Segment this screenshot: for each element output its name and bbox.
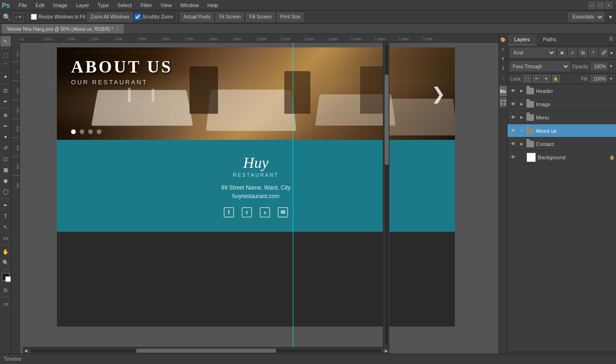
tab-paths[interactable]: Paths xyxy=(536,34,563,46)
vertical-scrollbar[interactable] xyxy=(383,43,390,347)
filter-icon-4[interactable]: T xyxy=(589,48,598,57)
tool-eyedropper[interactable]: ✒ xyxy=(0,96,11,107)
dot-2[interactable] xyxy=(80,129,84,134)
lock-transparent-btn[interactable]: ⬚ xyxy=(524,75,531,82)
workspace-arrow[interactable]: ▼ xyxy=(608,14,613,20)
filter-icon-3[interactable]: ▤ xyxy=(579,48,587,57)
hscroll-arrow-right[interactable]: ▶ xyxy=(383,348,390,353)
side-apps-icon[interactable] xyxy=(499,99,507,106)
lock-all-btn[interactable]: 🔒 xyxy=(552,75,560,82)
layer-header-expand[interactable]: ▶ xyxy=(519,88,525,94)
layer-header-visibility[interactable]: 👁 xyxy=(509,87,517,95)
opacity-arrow[interactable]: ▼ xyxy=(609,64,613,69)
layer-image-visibility[interactable]: 👁 xyxy=(509,100,517,108)
opacity-input[interactable] xyxy=(591,62,607,71)
lock-position-btn[interactable]: ✛ xyxy=(543,75,550,82)
screen-mode-btn[interactable]: ▭ xyxy=(0,299,11,309)
menu-window[interactable]: Window xyxy=(176,1,202,9)
menu-edit[interactable]: Edit xyxy=(32,1,48,9)
menu-layer[interactable]: Layer xyxy=(72,1,93,9)
layer-item-about-us[interactable]: 👁 ▼ About us xyxy=(507,124,616,137)
lock-pixels-btn[interactable]: ✏ xyxy=(533,75,541,82)
filter-toggle[interactable]: ● xyxy=(610,50,613,55)
slide-next-arrow[interactable]: ❯ xyxy=(431,84,445,104)
layer-contact-visibility[interactable]: 👁 xyxy=(509,140,517,148)
tool-eraser[interactable]: ◻ xyxy=(0,154,11,164)
layer-item-menu[interactable]: 👁 ▶ Menu xyxy=(507,111,616,124)
tool-zoom[interactable]: 🔍 xyxy=(0,257,11,268)
zoom-in-btn[interactable]: + xyxy=(18,14,22,20)
tool-dodge[interactable]: ◯ xyxy=(0,186,11,197)
tool-gradient[interactable]: ▦ xyxy=(0,164,11,175)
filter-icon-2[interactable]: A xyxy=(568,48,577,57)
layer-bg-visibility[interactable]: 👁 xyxy=(509,154,517,161)
canvas-scroll[interactable]: ABOUT US OUR RESTAURANT ❯ xyxy=(20,43,492,347)
layer-item-contact[interactable]: 👁 ▶ Contact xyxy=(507,137,616,151)
menu-select[interactable]: Select xyxy=(114,1,136,9)
tab-close-btn[interactable]: × xyxy=(116,27,118,31)
layer-item-background[interactable]: 👁 ▶ Background 🔒 xyxy=(507,151,616,164)
tool-shape[interactable]: ▭ xyxy=(0,233,11,243)
apps-grid-icon[interactable] xyxy=(499,97,507,108)
dot-3[interactable] xyxy=(88,129,93,134)
layer-image-expand[interactable]: ▶ xyxy=(519,101,525,107)
quick-mask-btn[interactable]: ⊙ xyxy=(0,285,11,295)
resize-windows-check[interactable]: Resize Windows to Fit xyxy=(31,14,85,20)
vscroll-thumb[interactable] xyxy=(385,74,389,164)
tool-hand[interactable]: ✋ xyxy=(0,246,11,257)
social-facebook-icon[interactable]: f xyxy=(224,207,234,218)
zoom-all-windows-btn[interactable]: Zoom All Windows xyxy=(87,12,133,22)
hscroll-arrow-left[interactable]: ◀ xyxy=(23,348,29,353)
dot-4[interactable] xyxy=(97,129,101,134)
minimize-button[interactable]: ─ xyxy=(589,2,595,9)
tool-path-select[interactable]: ↖ xyxy=(0,222,11,232)
tool-arrow[interactable]: ↖ xyxy=(0,36,11,46)
tool-healing[interactable]: ⊕ xyxy=(0,110,11,120)
tool-type[interactable]: T xyxy=(0,211,11,221)
tool-stamp[interactable]: ✦ xyxy=(0,132,11,142)
tool-blur[interactable]: ◉ xyxy=(0,175,11,186)
layer-item-image[interactable]: 👁 ▶ Image xyxy=(507,98,616,111)
tool-brush[interactable]: ✏ xyxy=(0,121,11,131)
side-grid-icon[interactable]: ku xyxy=(499,87,507,95)
scrubby-zoom-check[interactable]: Scrubby Zoom xyxy=(135,14,173,20)
side-text-icon[interactable]: A xyxy=(499,46,507,53)
print-size-btn[interactable]: Print Size xyxy=(277,12,304,22)
active-tab[interactable]: Wesite Nha Hang.psd @ 50% (About us, RGB… xyxy=(2,24,124,34)
layer-about-expand[interactable]: ▼ xyxy=(519,128,525,134)
layers-filter-select[interactable]: Kind xyxy=(510,48,556,57)
background-color[interactable] xyxy=(5,276,11,282)
tool-pen[interactable]: ✒ xyxy=(0,200,11,210)
fill-input[interactable] xyxy=(590,75,607,82)
tool-crop[interactable]: ⊡ xyxy=(0,85,11,96)
social-email-icon[interactable]: ✉ xyxy=(278,207,288,218)
blend-mode-select[interactable]: Pass Through xyxy=(510,62,570,71)
menu-help[interactable]: Help xyxy=(204,1,222,9)
layer-item-header[interactable]: 👁 ▶ Header xyxy=(507,84,616,98)
maximize-button[interactable]: □ xyxy=(597,2,604,9)
menu-view[interactable]: View xyxy=(157,1,176,9)
horizontal-scrollbar[interactable]: ◀ ▶ xyxy=(23,347,390,354)
side-color-icon[interactable]: 🎨 xyxy=(499,36,507,44)
tool-wand[interactable]: ✦ xyxy=(0,72,11,82)
actual-pixels-btn[interactable]: Actual Pixels xyxy=(180,12,214,22)
fill-screen-btn[interactable]: Fill Screen xyxy=(246,12,275,22)
foreground-color[interactable] xyxy=(2,273,9,281)
tool-lasso[interactable]: ⌒ xyxy=(0,61,11,71)
menu-image[interactable]: Image xyxy=(49,1,72,9)
close-button[interactable]: × xyxy=(606,2,612,9)
layer-menu-expand[interactable]: ▶ xyxy=(519,115,525,120)
workspace-select[interactable]: Essentials xyxy=(568,12,604,22)
layer-about-visibility[interactable]: 👁 xyxy=(509,127,517,135)
dot-1[interactable] xyxy=(71,129,76,134)
filter-icon-1[interactable]: ◉ xyxy=(558,48,566,57)
menu-type[interactable]: Type xyxy=(94,1,113,9)
social-skype-icon[interactable]: s xyxy=(260,207,270,218)
menu-file[interactable]: File xyxy=(15,1,31,9)
tab-layers[interactable]: Layers xyxy=(507,34,536,46)
menu-filter[interactable]: Filter xyxy=(136,1,155,9)
filter-icon-5[interactable]: 🔗 xyxy=(599,48,608,57)
ku-button[interactable]: ku xyxy=(499,86,507,96)
side-nav-icon[interactable]: ↕ xyxy=(499,74,507,82)
zoom-out-btn[interactable]: − xyxy=(15,14,18,20)
